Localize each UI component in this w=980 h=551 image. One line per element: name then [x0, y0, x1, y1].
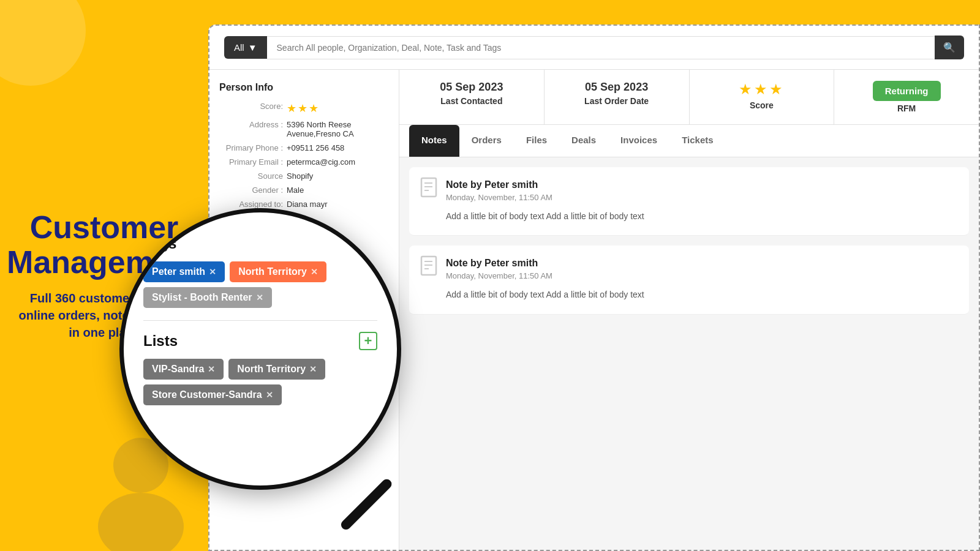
tab-tickets[interactable]: Tickets [669, 125, 725, 157]
email-value: petermca@cig.com [287, 157, 355, 167]
tag-north-territory-1-remove[interactable]: ✕ [311, 267, 318, 277]
note-body-1: Add a little bit of body text Add a litt… [446, 209, 957, 223]
last-order-label: Last Order Date [557, 96, 677, 106]
tag-stylist-remove[interactable]: ✕ [256, 293, 263, 302]
last-order-date: 05 Sep 2023 [557, 81, 677, 94]
tags-title: Tags [143, 235, 176, 252]
list-store-customer-label: Store Customer-Sandra [152, 389, 262, 400]
list-north-territory[interactable]: North Territory ✕ [228, 359, 325, 380]
magnifier-content: Tags + Peter smith ✕ North Territory ✕ S… [124, 212, 397, 485]
tags-row-2: Stylist - Booth Renter ✕ [143, 287, 377, 308]
lists-row-1: VIP-Sandra ✕ North Territory ✕ [143, 359, 377, 380]
address-label: Address : [219, 120, 287, 129]
last-contacted-stat: 05 Sep 2023 Last Contacted [399, 70, 545, 124]
decorative-circle [0, 0, 86, 86]
phone-value: +09511 256 458 [287, 143, 344, 152]
phone-row: Primary Phone : +09511 256 458 [219, 143, 389, 152]
notes-content: Note by Peter smith Monday, November, 11… [399, 157, 979, 551]
note-body-2: Add a little bit of body text Add a litt… [446, 288, 957, 301]
list-north-territory-label: North Territory [237, 364, 306, 375]
gender-value: Male [287, 186, 304, 195]
note-card-2: Note by Peter smith Monday, November, 11… [409, 246, 969, 314]
last-contacted-date: 05 Sep 2023 [412, 81, 532, 94]
right-content-area: 05 Sep 2023 Last Contacted 05 Sep 2023 L… [399, 70, 979, 551]
score-label: Score: [219, 102, 287, 111]
tab-notes[interactable]: Notes [409, 125, 459, 157]
lists-section-header: Lists + [143, 332, 377, 350]
chevron-down-icon: ▼ [248, 42, 257, 53]
lists-add-button[interactable]: + [359, 332, 377, 350]
assigned-label: Assigned to: [219, 200, 287, 209]
tabs-bar: Notes Orders Files Deals Invoices Ticket… [399, 125, 979, 157]
email-label: Primary Email : [219, 157, 287, 167]
search-input[interactable] [267, 36, 935, 59]
score-stars: ★★★ [287, 102, 320, 115]
rfm-stat: Returning RFM [834, 70, 979, 124]
score-stars-large: ★★★ [702, 81, 822, 98]
list-vip-sandra-label: VIP-Sandra [152, 364, 204, 375]
search-icon: 🔍 [943, 42, 956, 53]
list-north-territory-remove[interactable]: ✕ [309, 364, 317, 374]
tag-north-territory-1[interactable]: North Territory ✕ [230, 261, 326, 282]
gender-label: Gender : [219, 186, 287, 195]
tags-add-button[interactable]: + [359, 234, 377, 253]
note-author-1: Note by Peter smith [446, 179, 957, 190]
note-card-1: Note by Peter smith Monday, November, 11… [409, 167, 969, 236]
search-all-button[interactable]: All ▼ [224, 36, 267, 59]
score-stat: ★★★ Score [690, 70, 835, 124]
note-time-2: Monday, November, 11:50 AM [446, 271, 957, 280]
person-info-title: Person Info [219, 82, 389, 93]
address-value: 5396 North Reese Avenue,Fresno CA [287, 120, 389, 138]
list-vip-sandra[interactable]: VIP-Sandra ✕ [143, 359, 224, 380]
tab-deals[interactable]: Deals [559, 125, 608, 157]
lists-title: Lists [143, 332, 178, 350]
gender-row: Gender : Male [219, 186, 389, 195]
tag-stylist[interactable]: Stylist - Booth Renter ✕ [143, 287, 272, 308]
assigned-row: Assigned to: Diana mayr [219, 200, 389, 209]
tags-row-1: Peter smith ✕ North Territory ✕ [143, 261, 377, 282]
magnifier-container: Tags + Peter smith ✕ North Territory ✕ S… [119, 208, 413, 514]
magnifier-circle: Tags + Peter smith ✕ North Territory ✕ S… [119, 208, 401, 490]
rfm-label: RFM [846, 103, 967, 113]
list-store-customer-remove[interactable]: ✕ [266, 390, 273, 400]
search-submit-button[interactable]: 🔍 [935, 36, 964, 59]
tag-stylist-label: Stylist - Booth Renter [152, 292, 252, 303]
list-vip-sandra-remove[interactable]: ✕ [208, 364, 215, 374]
last-contacted-label: Last Contacted [412, 96, 532, 106]
tags-section-header: Tags + [143, 234, 377, 253]
lists-row-2: Store Customer-Sandra ✕ [143, 384, 377, 405]
note-icon-1 [419, 177, 441, 199]
tag-north-territory-1-label: North Territory [238, 266, 307, 277]
note-icon-2 [419, 255, 441, 277]
address-row: Address : 5396 North Reese Avenue,Fresno… [219, 120, 389, 138]
note-time-1: Monday, November, 11:50 AM [446, 193, 957, 202]
tab-invoices[interactable]: Invoices [608, 125, 669, 157]
score-stat-label: Score [702, 100, 822, 110]
rfm-badge: Returning [873, 81, 941, 101]
phone-label: Primary Phone : [219, 143, 287, 152]
score-row: Score: ★★★ [219, 102, 389, 115]
search-bar: All ▼ 🔍 [209, 26, 979, 70]
stats-row: 05 Sep 2023 Last Contacted 05 Sep 2023 L… [399, 70, 979, 125]
note-author-2: Note by Peter smith [446, 258, 957, 269]
tab-orders[interactable]: Orders [459, 125, 514, 157]
tag-peter-smith-remove[interactable]: ✕ [209, 267, 216, 277]
email-row: Primary Email : petermca@cig.com [219, 157, 389, 167]
source-row: Source Shopify [219, 171, 389, 181]
tag-peter-smith[interactable]: Peter smith ✕ [143, 261, 225, 282]
last-order-stat: 05 Sep 2023 Last Order Date [545, 70, 690, 124]
list-store-customer[interactable]: Store Customer-Sandra ✕ [143, 384, 282, 405]
tab-files[interactable]: Files [514, 125, 559, 157]
tag-peter-smith-label: Peter smith [152, 266, 205, 277]
source-value: Shopify [287, 171, 313, 181]
assigned-value: Diana mayr [287, 200, 327, 209]
source-label: Source [219, 171, 287, 181]
search-all-label: All [234, 42, 244, 53]
divider [143, 320, 377, 321]
